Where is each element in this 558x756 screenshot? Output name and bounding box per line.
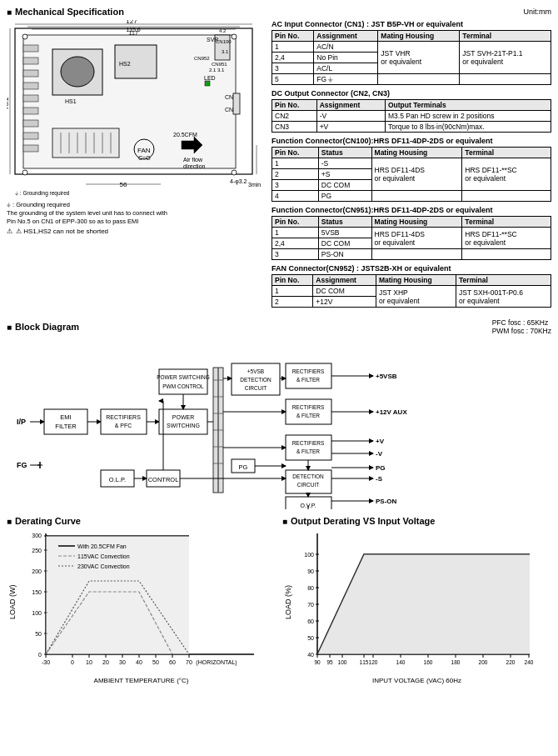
output-derating-chart: Output Derating VS Input Voltage LOAD (%…: [282, 516, 551, 683]
cn951-title: Function Connector(CN951):HRS DF11-4DP-2…: [272, 206, 551, 214]
svg-text:With 20.5CFM Fan: With 20.5CFM Fan: [77, 543, 127, 549]
derating-y-label: LOAD (W): [7, 529, 17, 675]
cn2-table: Pin No. Assignment Output Terminals CN2-…: [272, 99, 551, 133]
block-title: Block Diagram: [15, 322, 79, 332]
unit-label: Unit:mm: [524, 8, 552, 16]
svg-text:DETECTION: DETECTION: [240, 377, 272, 383]
svg-text:70: 70: [307, 602, 314, 608]
table-row: 15VSBHRS DF11-4DSor equivalentHRS DF11-*…: [272, 228, 551, 238]
svg-text:90: 90: [307, 568, 314, 574]
th-housing: Mating Housing: [371, 217, 462, 228]
th-terminal: Terminal: [462, 148, 551, 158]
block-section: Block Diagram PFC fosc : 65KHz PWM fosc …: [7, 318, 551, 509]
table-row: 3PS-ON: [272, 249, 551, 260]
svg-text:120: 120: [369, 659, 378, 665]
svg-text:150: 150: [32, 589, 42, 595]
svg-text:20.5CFM: 20.5CFM: [173, 132, 197, 138]
svg-text:100: 100: [304, 552, 314, 558]
svg-text:RECTIFIERS: RECTIFIERS: [292, 404, 325, 410]
svg-point-60: [22, 170, 27, 175]
svg-text:10: 10: [86, 659, 92, 665]
svg-point-58: [22, 34, 27, 39]
svg-text:60: 60: [307, 618, 314, 624]
cn951-table: Pin No. Status Mating Housing Terminal 1…: [272, 216, 551, 260]
table-row: 5FG ⏚: [272, 74, 551, 85]
svg-rect-90: [159, 369, 207, 394]
cn951-block: Function Connector(CN951):HRS DF11-4DP-2…: [272, 206, 551, 260]
svg-text:& FILTER: & FILTER: [296, 448, 320, 454]
svg-text:200: 200: [32, 568, 42, 574]
mechanical-section: 127 115.6 117 76.2: [7, 20, 551, 312]
output-derating-x-label: INPUT VOLTAGE (VAC) 60Hz: [282, 677, 551, 684]
table-row: 4PG: [272, 191, 551, 202]
svg-text:⏚ : Grounding required: ⏚ : Grounding required: [15, 190, 70, 197]
svg-text:+V: +V: [376, 438, 385, 445]
cn1-table: Pin No. Assignment Mating Housing Termin…: [272, 30, 551, 85]
svg-text:DETECTION: DETECTION: [292, 473, 324, 479]
th-assign: Assignment: [314, 31, 378, 42]
svg-text:-30: -30: [42, 659, 50, 665]
svg-text:CN951: CN951: [212, 62, 227, 67]
th-pin: Pin No.: [272, 217, 319, 228]
svg-text:40: 40: [307, 652, 314, 658]
svg-text:I/P: I/P: [17, 418, 26, 426]
svg-text:2.1: 2.1: [209, 68, 217, 73]
svg-text:CN952: CN952: [194, 56, 210, 61]
svg-text:FILTER: FILTER: [55, 423, 77, 430]
th-status: Status: [318, 148, 371, 158]
svg-text:100: 100: [32, 610, 42, 616]
derating-header: Derating Curve: [7, 516, 276, 526]
svg-text:O.L.P.: O.L.P.: [109, 476, 126, 483]
table-row: CN3+VTorque to 8 lbs·in(90cNm)max.: [272, 122, 551, 133]
svg-text:240: 240: [525, 659, 534, 665]
svg-text:RECTIFIERS: RECTIFIERS: [106, 414, 141, 420]
output-derating-title: Output Derating VS Input Voltage: [291, 516, 435, 526]
svg-text:SWITCHING: SWITCHING: [167, 423, 200, 428]
svg-text:C=O: C=O: [138, 155, 151, 161]
svg-text:PG: PG: [239, 463, 248, 471]
svg-text:220: 220: [506, 659, 516, 665]
svg-text:& FILTER: & FILTER: [296, 413, 320, 418]
svg-text:80: 80: [307, 585, 314, 591]
svg-text:+5VSB: +5VSB: [247, 368, 264, 374]
svg-rect-15: [23, 108, 38, 114]
mechanical-diagram: 127 115.6 117 76.2: [7, 20, 265, 312]
svg-text:3.1: 3.1: [222, 49, 229, 54]
svg-text:(HORIZONTAL): (HORIZONTAL): [196, 659, 237, 666]
cn952-block: FAN Connector(CN952) : JSTS2B-XH or equi…: [272, 264, 551, 308]
svg-text:Air flow: Air flow: [183, 157, 203, 163]
svg-text:4.2: 4.2: [219, 28, 227, 33]
th-pin: Pin No.: [272, 275, 313, 286]
svg-rect-18: [23, 145, 38, 152]
svg-rect-13: [23, 83, 38, 89]
svg-marker-231: [317, 554, 530, 654]
svg-text:LED: LED: [204, 75, 216, 81]
svg-text:RECTIFIERS: RECTIFIERS: [292, 440, 325, 446]
svg-text:20: 20: [102, 659, 109, 665]
svg-text:115VAC Convection: 115VAC Convection: [77, 553, 130, 559]
svg-text:300: 300: [32, 533, 42, 538]
svg-text:40: 40: [136, 659, 142, 665]
svg-rect-34: [205, 81, 210, 86]
svg-text:76.2: 76.2: [7, 97, 10, 110]
svg-rect-37: [233, 93, 240, 114]
cn100-table: Pin No. Status Mating Housing Terminal 1…: [272, 147, 551, 202]
svg-rect-16: [23, 120, 38, 127]
svg-text:30: 30: [119, 659, 126, 665]
svg-text:POWER: POWER: [172, 414, 194, 420]
th-terminal: Terminal: [462, 217, 551, 228]
svg-rect-99: [286, 363, 331, 388]
th-assign: Assignment: [313, 275, 376, 286]
table-row: CN2-VM3.5 Pan HD screw in 2 positions: [272, 111, 551, 122]
table-row: 1DC COMJST XHPor equivalentJST SXH-001T-…: [272, 286, 551, 297]
grounding-note: ⏚ : Grounding required The grounding of …: [7, 201, 252, 225]
svg-rect-14: [23, 95, 38, 102]
svg-text:& PFC: & PFC: [115, 423, 132, 428]
th-pin: Pin No.: [272, 148, 319, 158]
svg-text:+12V AUX: +12V AUX: [376, 408, 407, 416]
svg-text:70: 70: [186, 659, 192, 665]
svg-rect-105: [286, 399, 331, 424]
svg-rect-10: [23, 45, 38, 52]
svg-text:-V: -V: [376, 450, 383, 458]
svg-text:90: 90: [314, 659, 321, 665]
